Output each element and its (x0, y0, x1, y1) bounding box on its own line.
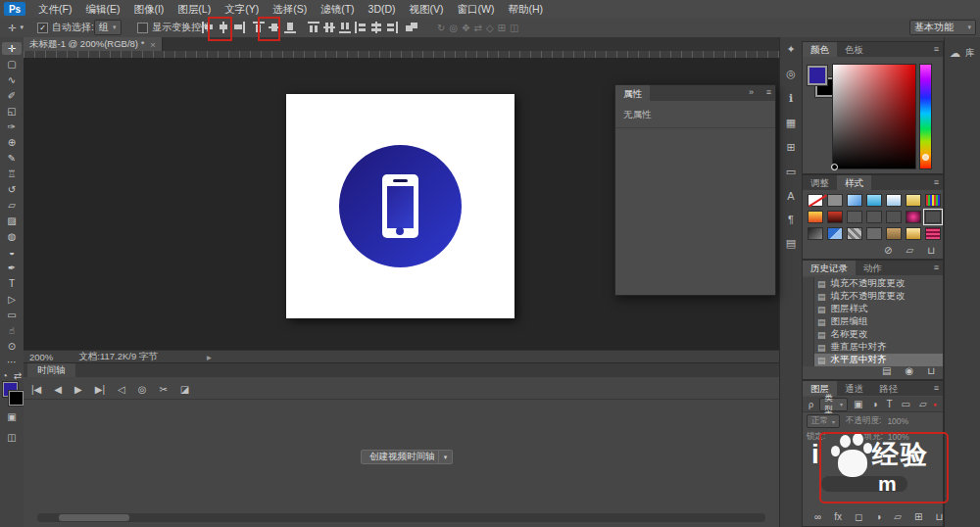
type-layer-filter-icon[interactable]: T (887, 399, 893, 409)
document-tab[interactable]: 未标题-1 @ 200%(RGB/8) * × (24, 37, 163, 51)
hue-slider[interactable] (919, 64, 932, 169)
timeline-scrollbar[interactable] (37, 513, 765, 522)
zoom-level[interactable]: 200% (29, 352, 53, 362)
style-swatch[interactable] (925, 211, 941, 223)
delete-style-icon[interactable]: ⊔ (927, 245, 935, 256)
adjustment-layer-icon[interactable]: ◑ (875, 511, 881, 522)
tab-actions[interactable]: 动作 (856, 261, 890, 275)
tab-history[interactable]: 历史记录 (803, 261, 856, 275)
menu-layer[interactable]: 图层(L) (171, 0, 218, 18)
split-at-playhead-icon[interactable]: ✂ (159, 384, 167, 395)
set-source-gutter[interactable] (803, 328, 814, 341)
style-swatch[interactable] (886, 194, 902, 207)
3d-mode-scale-icon[interactable]: ◇ (486, 23, 494, 33)
channels-panel-icon[interactable]: ▤ (786, 237, 796, 250)
align-left-edges-icon[interactable] (202, 22, 214, 33)
first-frame-icon[interactable]: |◀ (31, 384, 41, 395)
menu-edit[interactable]: 编辑(E) (78, 0, 126, 18)
menu-3d[interactable]: 3D(D) (362, 0, 403, 18)
lasso-tool[interactable]: ∿ (2, 73, 22, 86)
show-transform-checkbox[interactable] (137, 23, 148, 33)
collapse-panel-icon[interactable]: » (749, 87, 754, 97)
style-swatch[interactable] (827, 211, 843, 223)
tab-styles[interactable]: 样式 (837, 175, 871, 190)
panel-menu-icon[interactable]: ≡ (766, 87, 771, 97)
style-swatch[interactable] (925, 227, 941, 240)
set-source-gutter[interactable] (803, 277, 814, 290)
preset-caret-icon[interactable]: ▾ (20, 24, 24, 31)
auto-select-checkbox[interactable]: ✓ (37, 23, 48, 33)
style-swatch[interactable] (808, 194, 823, 207)
align-bottom-edges-icon[interactable] (284, 22, 296, 33)
style-swatch[interactable] (886, 227, 902, 240)
pen-tool[interactable]: ✒ (2, 262, 22, 274)
info-panel-icon[interactable]: ℹ (789, 92, 793, 105)
menu-help[interactable]: 帮助(H) (502, 0, 551, 18)
new-snapshot-icon[interactable]: ◉ (905, 365, 913, 376)
delete-layer-icon[interactable]: ⊔ (935, 511, 943, 522)
menu-select[interactable]: 选择(S) (266, 0, 314, 18)
delete-state-icon[interactable]: ⊔ (927, 365, 935, 376)
align-horizontal-centers-icon[interactable] (218, 22, 229, 33)
new-layer-icon[interactable]: ⊞ (914, 511, 922, 522)
dodge-tool[interactable]: ◒ (2, 246, 22, 259)
rectangular-marquee-tool[interactable]: ▢ (2, 58, 22, 71)
brush-tool[interactable]: ✎ (2, 152, 22, 165)
style-swatch[interactable] (827, 227, 843, 240)
3d-mode-roll-icon[interactable]: ◎ (449, 23, 458, 33)
blur-tool[interactable]: ◍ (2, 230, 22, 243)
screen-mode-icon[interactable]: ◫ (7, 432, 16, 443)
default-colors-icon[interactable]: ◔ (2, 370, 8, 381)
clone-stamp-tool[interactable]: ♖ (2, 168, 22, 180)
masks-panel-icon[interactable]: ◎ (786, 68, 796, 80)
background-color-swatch[interactable] (9, 391, 24, 406)
library-label[interactable]: 库 (965, 47, 975, 60)
saturation-brightness-field[interactable] (832, 64, 916, 169)
adjustment-layer-filter-icon[interactable]: ◑ (871, 399, 877, 409)
layer-filter-dropdown[interactable]: 类型 ▾ (819, 398, 848, 411)
menu-image[interactable]: 图像(I) (126, 0, 171, 18)
layers-panel-menu-icon[interactable]: ≡ (934, 383, 939, 393)
timeline-tab[interactable]: 时间轴 (27, 363, 75, 377)
quick-selection-tool[interactable]: ✐ (2, 89, 22, 102)
history-state[interactable]: ▤图层样式 (803, 303, 943, 315)
color-panel-foreground-swatch[interactable] (808, 66, 827, 85)
create-timeline-caret[interactable]: ▾ (438, 450, 453, 464)
align-top-edges-icon[interactable] (253, 22, 265, 33)
style-swatch[interactable] (847, 227, 862, 240)
spot-healing-brush-tool[interactable]: ⊕ (2, 136, 22, 149)
workspace-switcher[interactable]: 基本功能 ▾ (909, 20, 976, 35)
switch-colors-icon[interactable]: ⇄ (14, 370, 22, 381)
style-swatch[interactable] (866, 227, 882, 240)
style-swatch[interactable] (925, 194, 941, 207)
style-swatch[interactable] (906, 211, 921, 223)
timeline-settings-icon[interactable]: ◎ (138, 384, 147, 395)
style-swatch[interactable] (808, 211, 823, 223)
audio-icon[interactable]: ◁ (118, 384, 125, 395)
history-state[interactable]: ▤图层编组 (803, 315, 943, 328)
create-video-timeline-button[interactable]: 创建视频时间轴 (361, 450, 444, 464)
style-swatch[interactable] (827, 194, 843, 207)
style-swatch[interactable] (847, 194, 862, 207)
layer-mask-icon[interactable]: ◻ (855, 511, 862, 522)
menu-filter[interactable]: 滤镜(T) (314, 0, 361, 18)
new-group-icon[interactable]: ▱ (894, 511, 902, 522)
library-cloud-icon[interactable]: ☁ (950, 47, 960, 60)
auto-align-layers-icon[interactable] (406, 22, 417, 33)
layer-style-icon[interactable]: fx (834, 511, 842, 522)
properties-tab[interactable]: 属性 (615, 85, 650, 102)
close-tab-icon[interactable]: × (150, 39, 156, 50)
set-source-gutter[interactable] (803, 315, 814, 328)
eyedropper-tool[interactable]: ✑ (2, 120, 22, 133)
3d-mode-pan-icon[interactable]: ✥ (462, 23, 469, 33)
filter-toggle-icon[interactable]: ● (933, 401, 937, 407)
style-swatch[interactable] (906, 194, 921, 207)
paragraph-panel-icon[interactable]: ¶ (788, 214, 794, 225)
style-swatch[interactable] (866, 211, 882, 223)
styles-panel-menu-icon[interactable]: ≡ (934, 177, 939, 187)
menu-file[interactable]: 文件(F) (31, 0, 78, 18)
3d-mode-rotate-icon[interactable]: ↻ (437, 23, 445, 33)
history-state[interactable]: ▤名称更改 (803, 328, 943, 341)
history-panel-menu-icon[interactable]: ≡ (934, 263, 939, 272)
distribute-horizontal-centers-icon[interactable] (370, 22, 382, 33)
